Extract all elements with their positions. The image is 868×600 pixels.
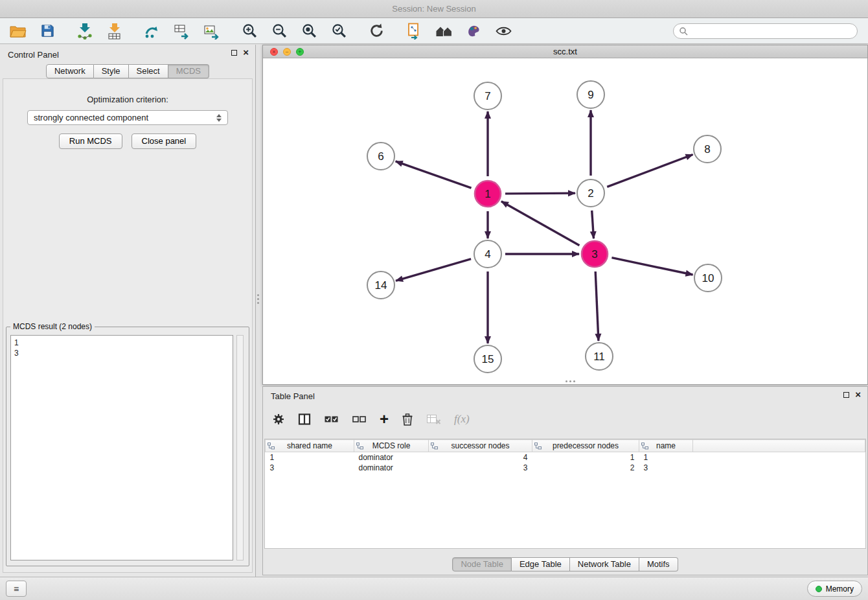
tab-mcds[interactable]: MCDS (168, 64, 209, 78)
table-settings-button[interactable] (272, 413, 285, 426)
node-14[interactable]: 14 (367, 271, 394, 299)
column-layout-button[interactable] (298, 413, 311, 426)
window-resize-grip[interactable] (565, 380, 567, 382)
node-3[interactable]: 3 (582, 241, 608, 267)
column-header-shared-name[interactable]: shared name (266, 440, 354, 452)
result-scrollbar[interactable] (236, 335, 244, 560)
unchecked-boxes-icon (352, 414, 367, 424)
node-6[interactable]: 6 (367, 143, 394, 170)
zoom-fit-button[interactable] (298, 21, 320, 41)
node-1[interactable]: 1 (475, 181, 501, 207)
search-input[interactable] (691, 27, 852, 36)
window-title: Session: New Session (392, 4, 475, 14)
column-layout-icon (298, 413, 311, 426)
gear-icon (272, 413, 285, 426)
table-panel: Table Panel × (262, 386, 868, 575)
run-mcds-button[interactable]: Run MCDS (59, 133, 122, 149)
column-label: successor nodes (451, 441, 509, 450)
new-network-from-selection-button[interactable] (141, 21, 163, 41)
tab-edge-table[interactable]: Edge Table (512, 557, 570, 571)
edge-1-2[interactable] (505, 193, 575, 194)
edge-4-14[interactable] (396, 259, 471, 281)
column-options-icon[interactable] (534, 443, 542, 452)
open-session-button[interactable] (6, 21, 29, 41)
close-panel-button[interactable]: Close panel (131, 133, 197, 149)
table-row[interactable]: 1dominator411 (266, 452, 865, 463)
zoom-in-button[interactable] (238, 21, 260, 41)
column-options-icon[interactable] (356, 443, 363, 452)
node-15[interactable]: 15 (474, 345, 501, 373)
column-header-mcds-role[interactable]: MCDS role (354, 440, 429, 452)
column-header-predecessor-nodes[interactable]: predecessor nodes (532, 440, 639, 452)
node-11[interactable]: 11 (586, 343, 613, 370)
apply-style-button[interactable] (463, 21, 485, 41)
node-7[interactable]: 7 (474, 82, 501, 110)
edge-2-8[interactable] (607, 154, 692, 187)
network-window-titlebar[interactable]: × − + scc.txt (263, 45, 867, 58)
edge-3-10[interactable] (611, 258, 692, 275)
node-4[interactable]: 4 (474, 240, 501, 268)
edge-3-11[interactable] (595, 271, 599, 341)
minimize-window-icon[interactable]: − (283, 48, 291, 56)
list-icon: ≡ (14, 584, 19, 594)
show-graphics-details-button[interactable] (492, 21, 514, 41)
node-2[interactable]: 2 (577, 179, 604, 207)
export-network-button[interactable] (403, 21, 425, 41)
export-image-icon (203, 23, 220, 40)
edge-2-3[interactable] (592, 211, 594, 238)
tab-network[interactable]: Network (46, 64, 94, 78)
table-panel-title: Table Panel (271, 391, 315, 401)
close-table-panel-icon[interactable]: × (855, 391, 861, 398)
home-button[interactable] (433, 21, 455, 41)
column-header-successor-nodes[interactable]: successor nodes (429, 440, 532, 452)
network-canvas[interactable]: 7968124314101511 (263, 58, 867, 384)
export-image-button[interactable] (201, 21, 223, 41)
float-panel-icon[interactable] (231, 50, 237, 56)
mcds-result-list[interactable]: 1 3 (10, 335, 233, 560)
node-8[interactable]: 8 (694, 135, 721, 163)
zoom-out-button[interactable] (268, 21, 290, 41)
column-header-name[interactable]: name (639, 440, 693, 452)
export-table-button[interactable] (171, 21, 193, 41)
tab-motifs[interactable]: Motifs (639, 557, 678, 571)
import-network-button[interactable] (74, 21, 96, 41)
table-cell-empty (693, 463, 865, 473)
optimization-criterion-select[interactable]: strongly connected component (27, 110, 228, 125)
edge-3-1[interactable] (501, 202, 580, 246)
control-panel-tabs: Network Style Select MCDS (0, 64, 255, 78)
svg-text:6: 6 (378, 150, 383, 163)
show-panel-menu-button[interactable]: ≡ (6, 581, 27, 597)
save-icon (40, 23, 55, 38)
refresh-view-button[interactable] (365, 21, 387, 41)
memory-button[interactable]: Memory (807, 581, 862, 597)
tab-style[interactable]: Style (94, 64, 129, 78)
panel-splitter-grip[interactable] (257, 294, 259, 296)
maximize-window-icon[interactable]: + (296, 48, 304, 56)
close-window-icon[interactable]: × (270, 48, 278, 56)
add-row-button[interactable]: + (380, 413, 389, 426)
tab-network-table[interactable]: Network Table (570, 557, 639, 571)
column-options-icon[interactable] (641, 443, 648, 452)
edge-1-6[interactable] (396, 161, 472, 188)
tab-select[interactable]: Select (129, 64, 168, 78)
window-titlebar[interactable]: Session: New Session (0, 0, 868, 18)
svg-text:2: 2 (588, 187, 593, 200)
delete-row-button[interactable] (402, 413, 413, 426)
svg-text:14: 14 (375, 279, 387, 292)
mcds-result-values: 1 3 (14, 338, 229, 358)
import-table-button[interactable] (104, 21, 126, 41)
node-9[interactable]: 9 (577, 81, 604, 108)
select-all-columns-button[interactable] (324, 414, 339, 424)
export-network-document-icon (406, 23, 422, 40)
close-panel-icon[interactable]: × (243, 49, 249, 56)
table-row[interactable]: 3dominator323 (266, 463, 865, 473)
column-options-icon[interactable] (268, 443, 275, 452)
float-table-panel-icon[interactable] (843, 392, 849, 398)
deselect-all-columns-button[interactable] (352, 414, 367, 424)
save-session-button[interactable] (36, 21, 58, 41)
column-options-icon[interactable] (431, 443, 438, 452)
svg-text:3: 3 (591, 248, 597, 260)
node-10[interactable]: 10 (694, 264, 722, 292)
zoom-selected-button[interactable] (328, 21, 350, 41)
tab-node-table[interactable]: Node Table (452, 557, 512, 571)
